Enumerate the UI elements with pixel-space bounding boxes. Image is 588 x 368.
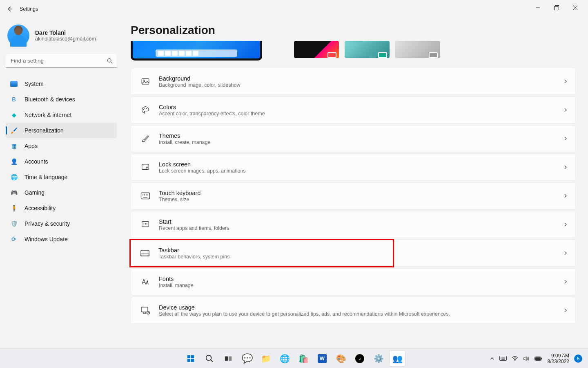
- close-button[interactable]: [566, 1, 585, 14]
- card-lock-screen[interactable]: Lock screen Lock screen images, apps, an…: [131, 154, 576, 181]
- svg-rect-24: [187, 359, 190, 361]
- taskbar-store[interactable]: 🛍️: [295, 350, 312, 367]
- theme-tile-light-gray[interactable]: [395, 41, 440, 58]
- sidebar-item-gaming[interactable]: 🎮 Gaming: [6, 185, 117, 200]
- card-touch-keyboard[interactable]: Touch keyboard Themes, size: [131, 182, 576, 209]
- svg-rect-22: [187, 355, 190, 358]
- minimize-button[interactable]: [528, 1, 547, 14]
- taskbar-search[interactable]: [201, 350, 218, 367]
- tray-volume-icon[interactable]: [523, 356, 530, 361]
- svg-point-7: [146, 108, 147, 109]
- svg-rect-1: [555, 7, 558, 10]
- card-taskbar[interactable]: Taskbar Taskbar behaviors, system pins: [131, 240, 576, 267]
- card-start[interactable]: Start Recent apps and items, folders: [131, 211, 576, 238]
- taskbar-edge[interactable]: 🌐: [276, 350, 293, 367]
- desktop-preview[interactable]: [131, 41, 262, 61]
- maximize-button[interactable]: [547, 1, 566, 14]
- svg-point-14: [147, 223, 147, 224]
- svg-rect-27: [225, 356, 228, 361]
- tray-notifications-badge[interactable]: 5: [574, 355, 582, 363]
- card-themes[interactable]: Themes Install, create, manage: [131, 125, 576, 152]
- sidebar-item-label: Accessibility: [24, 205, 56, 211]
- chevron-right-icon: [563, 165, 568, 170]
- svg-rect-10: [141, 193, 150, 199]
- search-input[interactable]: [6, 54, 117, 68]
- taskbar-file-explorer[interactable]: 📁: [258, 350, 274, 367]
- sidebar-item-label: Windows Update: [24, 236, 68, 242]
- edge-icon: 🌐: [280, 354, 290, 364]
- taskbar-tiktok[interactable]: ♪: [352, 350, 368, 367]
- search-icon: [205, 354, 214, 363]
- theme-tile-teal[interactable]: [345, 41, 390, 58]
- user-profile[interactable]: Dare Tolani akinolatolasco@gmail.com: [6, 22, 117, 54]
- sidebar-item-personalization[interactable]: 🖌️ Personalization: [6, 123, 117, 138]
- taskbar-teams[interactable]: 👥: [389, 350, 405, 367]
- svg-rect-25: [191, 359, 194, 361]
- card-title: Start: [159, 218, 229, 225]
- window-controls: [528, 4, 585, 14]
- arrow-left-icon: [7, 6, 13, 12]
- card-title: Taskbar: [158, 247, 229, 254]
- sidebar-item-windows-update[interactable]: ⟳ Windows Update: [6, 231, 117, 247]
- taskbar-task-view[interactable]: [220, 350, 236, 367]
- tray-clock[interactable]: 9:09 AM 8/23/2022: [548, 353, 569, 364]
- svg-rect-23: [191, 355, 194, 358]
- sidebar-item-time-language[interactable]: 🌐 Time & language: [6, 169, 117, 185]
- svg-rect-9: [146, 168, 148, 170]
- sidebar-item-network-internet[interactable]: ◆ Network & internet: [6, 107, 117, 123]
- theme-preview-row: [131, 41, 576, 61]
- sidebar-item-system[interactable]: System: [6, 76, 117, 92]
- settings-cards: Background Background image, color, slid…: [131, 68, 576, 324]
- taskbar-center: 💬📁🌐🛍️W🎨♪⚙️👥: [183, 350, 405, 367]
- system-icon: [10, 80, 18, 88]
- windows-start-icon: [186, 354, 195, 363]
- system-taskbar: 💬📁🌐🛍️W🎨♪⚙️👥 9:09 AM 8/23/2022 5: [0, 348, 588, 368]
- search-container: [6, 54, 117, 68]
- tray-battery-icon[interactable]: [535, 356, 543, 361]
- sidebar-item-label: Privacy & security: [24, 220, 70, 227]
- gear-icon: ⚙️: [374, 354, 384, 364]
- taskbar-settings[interactable]: ⚙️: [370, 350, 387, 367]
- lockscreen-icon: [138, 163, 152, 172]
- sidebar-item-privacy-security[interactable]: 🛡️ Privacy & security: [6, 216, 117, 231]
- user-name: Dare Tolani: [35, 29, 96, 36]
- back-button[interactable]: [3, 2, 16, 16]
- svg-rect-20: [141, 307, 148, 312]
- taskbar-word[interactable]: W: [314, 350, 330, 367]
- close-icon: [573, 5, 578, 10]
- tray-chevron-up-icon[interactable]: [490, 356, 494, 361]
- chevron-right-icon: [563, 222, 568, 227]
- fonts-icon: [138, 277, 152, 286]
- sidebar-item-accessibility[interactable]: 🧍 Accessibility: [6, 200, 117, 216]
- taskbar-start[interactable]: [183, 350, 199, 367]
- page-title: Personalization: [131, 21, 576, 41]
- accessibility-icon: 🧍: [10, 204, 18, 212]
- chevron-right-icon: [563, 79, 568, 84]
- sidebar-item-label: System: [24, 81, 44, 87]
- tray-osk-icon[interactable]: [499, 356, 507, 361]
- card-title: Themes: [159, 132, 210, 139]
- theme-tile-dark-red[interactable]: [294, 41, 339, 58]
- device-usage-icon: [138, 306, 152, 315]
- taskbar-chat[interactable]: 💬: [239, 350, 255, 367]
- chevron-right-icon: [563, 193, 568, 198]
- card-colors[interactable]: Colors Accent color, transparency effect…: [131, 96, 576, 123]
- minimize-icon: [535, 5, 540, 10]
- sidebar-item-bluetooth-devices[interactable]: B Bluetooth & devices: [6, 92, 117, 107]
- taskbar-paint[interactable]: 🎨: [333, 350, 349, 367]
- tray-wifi-icon[interactable]: [512, 356, 518, 361]
- system-tray: 9:09 AM 8/23/2022 5: [490, 353, 588, 364]
- card-device-usage[interactable]: Device usage Select all the ways you pla…: [131, 297, 576, 324]
- sidebar-item-accounts[interactable]: 👤 Accounts: [6, 154, 117, 169]
- card-background[interactable]: Background Background image, color, slid…: [131, 68, 576, 95]
- card-title: Device usage: [159, 304, 450, 311]
- search-icon: [107, 58, 113, 64]
- paint-icon: 🎨: [336, 354, 346, 364]
- sidebar-item-apps[interactable]: ▦ Apps: [6, 138, 117, 154]
- svg-point-12: [143, 223, 144, 224]
- chevron-right-icon: [563, 136, 568, 141]
- update-icon: ⟳: [10, 235, 18, 243]
- svg-rect-28: [229, 356, 232, 361]
- card-title: Colors: [159, 104, 265, 110]
- card-fonts[interactable]: Fonts Install, manage: [131, 268, 576, 295]
